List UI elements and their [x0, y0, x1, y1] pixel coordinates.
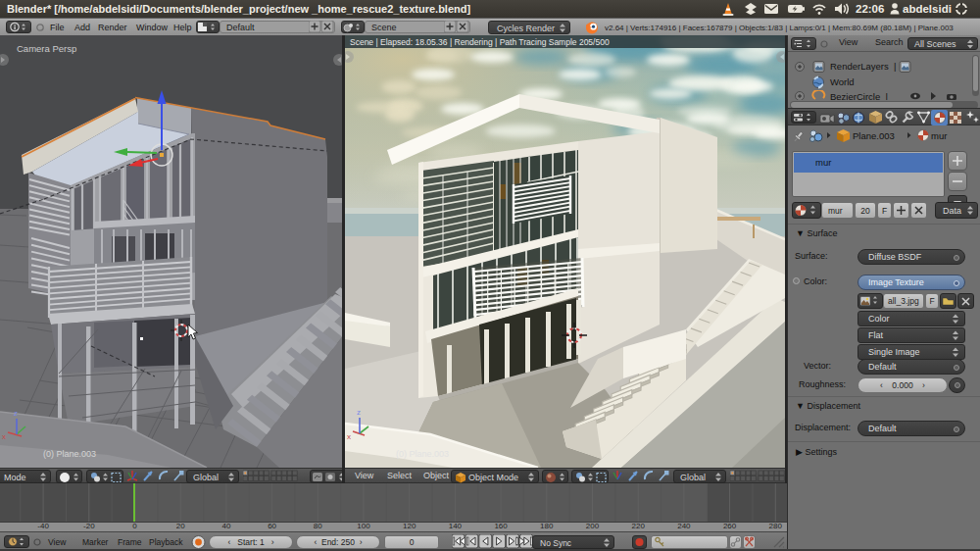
svg-text:x: x [2, 432, 6, 441]
svg-text:22:06: 22:06 [856, 3, 884, 15]
svg-text:(0) Plane.003: (0) Plane.003 [396, 449, 449, 459]
svg-text:Scene | Elapsed: 18.05.36 | Re: Scene | Elapsed: 18.05.36 | Rendering | … [350, 37, 610, 47]
svg-text:z: z [14, 409, 18, 418]
svg-text:Plane.003: Plane.003 [853, 130, 895, 141]
svg-text:z: z [357, 408, 361, 417]
svg-text:Camera Persp: Camera Persp [17, 43, 76, 54]
svg-text:(0) Plane.003: (0) Plane.003 [43, 449, 96, 459]
svg-text:x: x [347, 432, 351, 441]
svg-text:abdelsidi: abdelsidi [903, 3, 952, 15]
svg-text:mur: mur [931, 130, 947, 141]
